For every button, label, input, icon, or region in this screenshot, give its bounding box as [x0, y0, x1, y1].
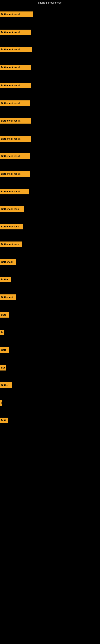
bottleneck-bar-11: Bottleneck result — [0, 189, 29, 194]
bottleneck-bar-2: Bottleneck result — [0, 30, 31, 35]
bottleneck-bar-10: Bottleneck result — [0, 171, 30, 177]
bottleneck-bar-21: Bot — [0, 365, 6, 370]
page-wrapper: TheBottlenecker.com Bottleneck resultBot… — [0, 0, 100, 644]
site-title: TheBottlenecker.com — [0, 0, 100, 6]
bottleneck-bar-8: Bottleneck result — [0, 136, 31, 142]
bottleneck-bar-15: Bottleneck — [0, 259, 16, 265]
bottleneck-bar-24: Bottl — [0, 418, 8, 423]
bottleneck-bar-9: Bottleneck result — [0, 153, 30, 159]
bottleneck-bar-23: | — [0, 400, 2, 406]
bottleneck-bar-12: Bottleneck resu — [0, 206, 24, 212]
bottleneck-bar-7: Bottleneck result — [0, 118, 31, 124]
bottleneck-bar-18: Bottl — [0, 312, 9, 318]
bottleneck-bar-3: Bottleneck result — [0, 47, 32, 52]
bottleneck-bar-22: Bottlen — [0, 382, 12, 388]
bottleneck-bar-1: Bottleneck result — [0, 12, 33, 17]
bottleneck-bar-14: Bottleneck resu — [0, 242, 22, 247]
bottleneck-bar-6: Bottleneck result — [0, 100, 30, 106]
bottleneck-bar-4: Bottleneck result — [0, 64, 31, 70]
bottleneck-bar-19: B — [0, 330, 3, 335]
bottleneck-bar-17: Bottleneck — [0, 294, 16, 300]
bottleneck-bar-13: Bottleneck resu — [0, 224, 23, 230]
bottleneck-bar-16: Bottler — [0, 277, 11, 282]
bottleneck-bar-20: Bottl — [0, 347, 9, 353]
bottleneck-bar-5: Bottleneck result — [0, 83, 31, 88]
